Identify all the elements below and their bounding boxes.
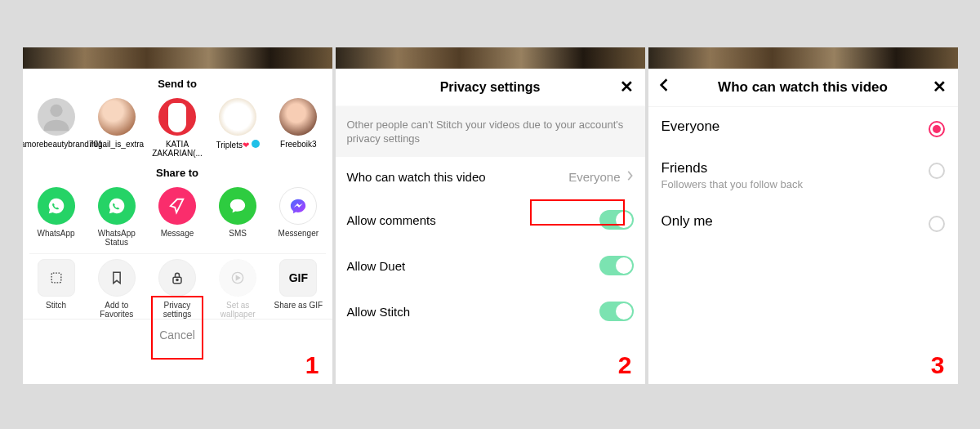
divider bbox=[29, 253, 326, 254]
option-label: Everyone bbox=[662, 118, 720, 135]
share-sms[interactable]: SMS bbox=[209, 187, 266, 247]
option-only-me[interactable]: Only me bbox=[648, 202, 958, 244]
share-sheet-panel: Send to Irisamorebeautybrand701 migail_i… bbox=[23, 47, 332, 384]
step-number: 2 bbox=[618, 351, 632, 379]
panel-header: Privacy settings ✕ bbox=[336, 69, 645, 106]
avatar-icon bbox=[38, 98, 75, 136]
share-app-label: Messenger bbox=[278, 229, 318, 238]
step-number: 1 bbox=[305, 351, 319, 379]
share-to-header: Share to bbox=[23, 158, 332, 185]
verified-icon bbox=[252, 140, 260, 148]
option-label: Friends bbox=[662, 160, 803, 177]
heart-icon: ❤ bbox=[243, 141, 249, 150]
play-circle-icon bbox=[219, 259, 256, 297]
contact-name: migail_is_extra bbox=[89, 140, 144, 149]
who-can-watch-panel: Who can watch this video ✕ Everyone Frie… bbox=[648, 47, 958, 384]
back-icon[interactable] bbox=[657, 76, 671, 97]
highlight-box bbox=[151, 296, 203, 360]
action-share-gif[interactable]: GIF Share as GIF bbox=[270, 259, 327, 319]
share-app-label: SMS bbox=[229, 229, 247, 238]
messenger-icon bbox=[279, 187, 317, 225]
setting-label: Allow comments bbox=[347, 213, 436, 227]
lock-icon bbox=[158, 259, 196, 297]
avatar-icon bbox=[219, 98, 256, 136]
option-sublabel: Followers that you follow back bbox=[662, 178, 803, 190]
setting-label: Allow Duet bbox=[347, 259, 406, 273]
toggle-switch[interactable] bbox=[599, 302, 634, 321]
radio-icon bbox=[929, 163, 945, 179]
panel-header: Who can watch this video ✕ bbox=[648, 69, 958, 106]
stitch-notice: Other people can't Stitch your videos du… bbox=[336, 106, 645, 157]
privacy-settings-panel: Privacy settings ✕ Other people can't St… bbox=[336, 47, 645, 384]
toggle-switch[interactable] bbox=[599, 256, 634, 275]
gif-icon: GIF bbox=[279, 259, 317, 297]
share-app-label: Message bbox=[161, 229, 194, 238]
share-app-label: WhatsApp bbox=[38, 229, 75, 238]
contact-name: Triplets❤ bbox=[216, 140, 260, 150]
allow-stitch-row: Allow Stitch bbox=[336, 288, 645, 334]
avatar-icon bbox=[279, 98, 317, 136]
highlight-box bbox=[530, 199, 625, 226]
contact-item[interactable]: Freeboik3 bbox=[270, 98, 327, 158]
action-label: Stitch bbox=[46, 301, 66, 310]
chat-bubble-icon bbox=[219, 187, 256, 225]
whatsapp-icon bbox=[38, 187, 75, 225]
setting-value: Everyone bbox=[568, 170, 620, 184]
who-can-watch-row[interactable]: Who can watch this video Everyone bbox=[336, 157, 645, 197]
video-preview-strip bbox=[648, 47, 958, 69]
page-title: Who can watch this video bbox=[718, 79, 888, 96]
avatar-icon bbox=[98, 98, 136, 136]
step-number: 3 bbox=[931, 351, 945, 379]
send-icon bbox=[158, 187, 196, 225]
svg-point-3 bbox=[176, 279, 178, 280]
contact-item[interactable]: KATIA ZAKARIAN(... bbox=[149, 98, 206, 158]
action-wallpaper[interactable]: Set as wallpaper bbox=[209, 259, 266, 319]
action-label: Add to Favorites bbox=[88, 301, 145, 319]
allow-duet-row: Allow Duet bbox=[336, 243, 645, 288]
contact-name: Freeboik3 bbox=[280, 140, 316, 149]
chevron-right-icon bbox=[626, 170, 634, 184]
share-apps-row: WhatsApp WhatsApp Status Message bbox=[23, 185, 332, 247]
option-friends[interactable]: Friends Followers that you follow back bbox=[648, 149, 958, 202]
setting-label: Allow Stitch bbox=[347, 305, 411, 319]
avatar-icon bbox=[158, 98, 196, 136]
contact-item[interactable]: Irisamorebeautybrand701 bbox=[28, 98, 85, 158]
radio-icon bbox=[929, 121, 945, 137]
close-icon[interactable]: ✕ bbox=[620, 77, 634, 96]
send-to-contacts-row: Irisamorebeautybrand701 migail_is_extra … bbox=[23, 96, 332, 158]
action-label: Set as wallpaper bbox=[209, 301, 266, 319]
close-icon[interactable]: ✕ bbox=[933, 77, 947, 96]
option-label: Only me bbox=[662, 213, 713, 230]
setting-label: Who can watch this video bbox=[347, 170, 486, 184]
share-app-label: WhatsApp Status bbox=[88, 229, 145, 247]
video-preview-strip bbox=[336, 47, 645, 69]
contact-item[interactable]: migail_is_extra bbox=[88, 98, 145, 158]
bookmark-icon bbox=[98, 259, 136, 297]
share-message[interactable]: Message bbox=[149, 187, 206, 247]
stitch-icon bbox=[38, 259, 75, 297]
send-to-header: Send to bbox=[23, 69, 332, 96]
option-everyone[interactable]: Everyone bbox=[648, 107, 958, 149]
contact-item[interactable]: Triplets❤ bbox=[209, 98, 266, 158]
action-favorite[interactable]: Add to Favorites bbox=[88, 259, 145, 319]
whatsapp-icon bbox=[98, 187, 136, 225]
share-messenger[interactable]: Messenger bbox=[270, 187, 327, 247]
svg-rect-1 bbox=[51, 273, 61, 283]
action-stitch[interactable]: Stitch bbox=[28, 259, 85, 319]
share-whatsapp-status[interactable]: WhatsApp Status bbox=[88, 187, 145, 247]
page-title: Privacy settings bbox=[440, 80, 541, 95]
action-label: Share as GIF bbox=[274, 301, 323, 310]
video-preview-strip bbox=[23, 47, 332, 69]
share-whatsapp[interactable]: WhatsApp bbox=[28, 187, 85, 247]
svg-point-0 bbox=[50, 105, 62, 117]
radio-icon bbox=[929, 216, 945, 232]
contact-name: KATIA ZAKARIAN(... bbox=[149, 140, 206, 158]
